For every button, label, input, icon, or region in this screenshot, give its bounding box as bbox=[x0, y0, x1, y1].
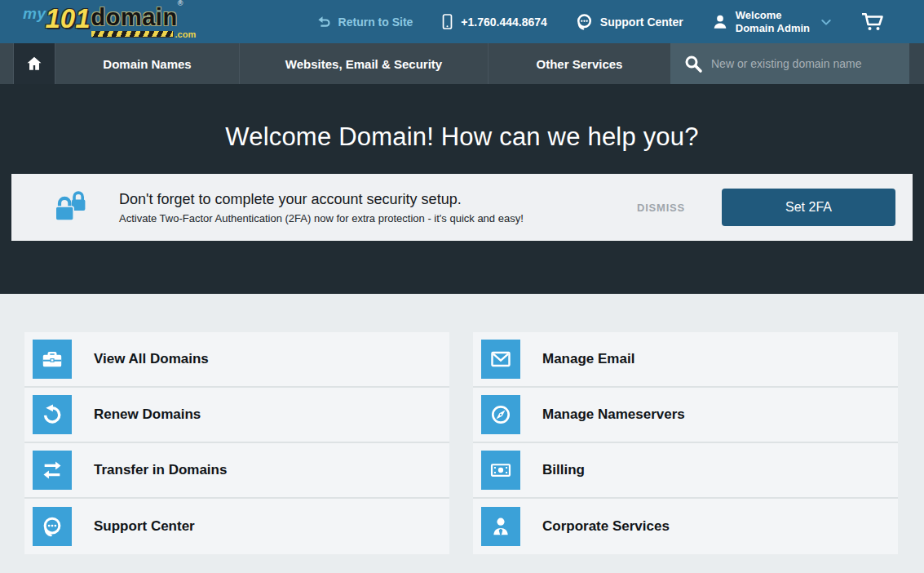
menu-label: Corporate Services bbox=[542, 518, 670, 535]
nav-right-spacer bbox=[909, 43, 924, 84]
menu-column-left: View All Domains Renew Domains Transfer … bbox=[24, 332, 449, 554]
topbar: my 101 domain® .com Return to Site +1.76… bbox=[0, 0, 924, 43]
page-title: Welcome Domain! How can we help you? bbox=[0, 121, 924, 153]
nav-tab-domain-names[interactable]: Domain Names bbox=[55, 43, 239, 84]
menu-label: View All Domains bbox=[94, 351, 209, 367]
chevron-down-icon bbox=[820, 16, 833, 29]
search-icon bbox=[683, 54, 703, 73]
briefcase-icon bbox=[33, 340, 72, 379]
main-nav: Domain Names Websites, Email & Security … bbox=[0, 43, 924, 84]
account-name: Domain Admin bbox=[736, 22, 810, 35]
menu-item-corporate-services[interactable]: Corporate Services bbox=[473, 499, 898, 554]
menu-label: Renew Domains bbox=[94, 406, 201, 423]
dismiss-button[interactable]: DISMISS bbox=[637, 202, 685, 214]
envelope-icon bbox=[481, 340, 520, 379]
welcome-label: Welcome bbox=[736, 9, 810, 22]
menu-item-manage-email[interactable]: Manage Email bbox=[473, 332, 898, 388]
cart-button[interactable] bbox=[860, 11, 885, 32]
shopping-cart-icon bbox=[860, 11, 885, 32]
mobile-phone-icon bbox=[440, 13, 454, 30]
menu-item-support-center[interactable]: Support Center bbox=[24, 499, 449, 554]
menu-label: Manage Nameservers bbox=[542, 406, 685, 423]
compass-icon bbox=[481, 395, 520, 434]
renew-icon bbox=[33, 395, 72, 434]
menu-item-view-all-domains[interactable]: View All Domains bbox=[24, 332, 449, 388]
transfer-icon bbox=[33, 451, 72, 490]
hero-section: Welcome Domain! How can we help you? Don… bbox=[0, 84, 924, 294]
menu-label: Billing bbox=[542, 462, 585, 478]
logo-hazard-stripes bbox=[91, 31, 173, 37]
nav-left-spacer bbox=[0, 43, 13, 84]
lock-icon bbox=[51, 189, 90, 225]
quick-links: View All Domains Renew Domains Transfer … bbox=[0, 294, 924, 554]
domain-search-box[interactable] bbox=[670, 43, 909, 84]
menu-label: Manage Email bbox=[542, 351, 634, 367]
menu-item-transfer-in-domains[interactable]: Transfer in Domains bbox=[24, 443, 449, 499]
nav-home-tab[interactable] bbox=[13, 43, 55, 84]
menu-item-renew-domains[interactable]: Renew Domains bbox=[24, 388, 449, 443]
registered-mark: ® bbox=[178, 0, 183, 7]
account-menu[interactable]: Welcome Domain Admin bbox=[711, 9, 833, 34]
set-2fa-button[interactable]: Set 2FA bbox=[722, 189, 895, 226]
menu-item-manage-nameservers[interactable]: Manage Nameservers bbox=[473, 388, 898, 443]
nav-tab-other-services[interactable]: Other Services bbox=[488, 43, 670, 84]
headset-icon bbox=[33, 507, 72, 546]
nav-tab-websites-email-security[interactable]: Websites, Email & Security bbox=[239, 43, 488, 84]
logo-101: 101 bbox=[45, 7, 90, 30]
money-bill-icon bbox=[481, 451, 520, 490]
logo-tld: .com bbox=[175, 29, 197, 39]
menu-label: Support Center bbox=[94, 518, 195, 535]
logo-domain: domain® bbox=[91, 7, 197, 28]
logo-my: my bbox=[23, 5, 46, 23]
banner-subtitle: Activate Two-Factor Authentication (2FA)… bbox=[119, 212, 524, 224]
phone-link[interactable]: +1.760.444.8674 bbox=[440, 13, 547, 30]
home-icon bbox=[25, 55, 43, 73]
site-logo[interactable]: my 101 domain® .com bbox=[23, 6, 196, 39]
menu-label: Transfer in Domains bbox=[94, 462, 227, 478]
menu-column-right: Manage Email Manage Nameservers Billing … bbox=[473, 332, 898, 554]
domain-search-input[interactable] bbox=[711, 57, 900, 70]
return-arrow-icon bbox=[316, 14, 332, 29]
headset-icon bbox=[575, 12, 594, 31]
banner-title: Don't forget to complete your account se… bbox=[119, 191, 524, 208]
user-tie-icon bbox=[481, 507, 520, 546]
support-center-link[interactable]: Support Center bbox=[575, 12, 683, 31]
menu-item-billing[interactable]: Billing bbox=[473, 443, 898, 499]
user-icon bbox=[711, 13, 729, 31]
return-to-site-link[interactable]: Return to Site bbox=[316, 14, 413, 29]
security-banner: Don't forget to complete your account se… bbox=[11, 174, 913, 241]
